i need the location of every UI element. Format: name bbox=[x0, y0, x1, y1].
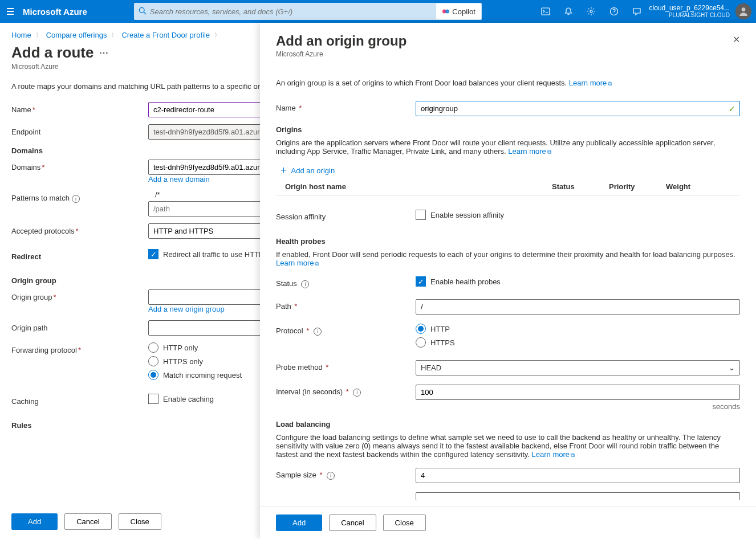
svg-rect-4 bbox=[542, 8, 550, 15]
breadcrumb-home[interactable]: Home bbox=[11, 31, 31, 39]
add-origin-group-link[interactable]: Add a new origin group bbox=[148, 305, 225, 313]
origins-heading: Origins bbox=[276, 125, 740, 134]
lb-heading: Load balancing bbox=[276, 420, 740, 428]
panel-intro: An origin group is a set of origins to w… bbox=[276, 79, 740, 87]
protocol-https-radio[interactable] bbox=[416, 337, 426, 348]
enable-health-checkbox[interactable]: ✓ bbox=[416, 276, 426, 287]
chevron-down-icon: ⌄ bbox=[729, 364, 735, 372]
svg-point-3 bbox=[445, 10, 449, 14]
page-add-button[interactable]: Add bbox=[11, 513, 58, 530]
svg-line-1 bbox=[144, 12, 146, 14]
breadcrumb-compare[interactable]: Compare offerings bbox=[46, 31, 107, 39]
sample-size-input[interactable] bbox=[416, 468, 740, 483]
help-icon[interactable] bbox=[604, 1, 624, 22]
more-icon[interactable]: ⋯ bbox=[99, 47, 109, 58]
close-icon[interactable]: ✕ bbox=[733, 34, 740, 45]
probe-path-input[interactable] bbox=[416, 299, 740, 315]
sample-size-label: Sample size bbox=[276, 471, 316, 479]
search-input[interactable] bbox=[150, 7, 436, 16]
panel-footer: Add Cancel Close bbox=[260, 506, 756, 539]
brand-label: Microsoft Azure bbox=[23, 7, 87, 17]
probe-method-label: Probe method bbox=[276, 363, 323, 371]
endpoint-label: Endpoint bbox=[11, 124, 148, 136]
protocols-label: Accepted protocols bbox=[11, 227, 75, 235]
info-icon[interactable]: i bbox=[301, 280, 309, 288]
name-label: Name bbox=[11, 105, 31, 114]
settings-icon[interactable] bbox=[581, 1, 601, 22]
learn-more-link[interactable]: Learn more⧉ bbox=[569, 79, 612, 87]
probe-path-label: Path bbox=[276, 302, 291, 311]
seconds-label: seconds bbox=[416, 402, 740, 411]
redirect-checkbox[interactable]: ✓ bbox=[148, 249, 158, 259]
page-cancel-button[interactable]: Cancel bbox=[64, 513, 111, 530]
learn-more-origins[interactable]: Learn more⧉ bbox=[508, 147, 551, 156]
avatar[interactable] bbox=[735, 3, 751, 19]
info-icon[interactable]: i bbox=[327, 472, 335, 480]
hamburger-menu-icon[interactable] bbox=[5, 6, 16, 17]
partial-input[interactable] bbox=[416, 492, 740, 500]
validation-check-icon: ✓ bbox=[729, 104, 735, 113]
interval-input[interactable] bbox=[416, 385, 740, 400]
fwd-match-radio[interactable] bbox=[148, 370, 158, 380]
domains-label: Domains bbox=[11, 163, 40, 172]
origins-desc: Origins are the application servers wher… bbox=[276, 138, 740, 156]
origin-group-name-input[interactable] bbox=[416, 101, 740, 116]
session-affinity-checkbox[interactable] bbox=[416, 210, 426, 220]
svg-point-7 bbox=[742, 7, 746, 11]
panel-name-label: Name bbox=[276, 104, 296, 112]
panel-title: Add an origin group bbox=[276, 33, 740, 49]
caching-label: Caching bbox=[11, 394, 148, 406]
caching-checkbox[interactable] bbox=[148, 394, 158, 404]
redirect-label: Redirect bbox=[11, 249, 148, 261]
probe-status-label: Status bbox=[276, 279, 297, 288]
plus-icon: + bbox=[281, 165, 287, 177]
svg-point-5 bbox=[590, 10, 592, 13]
top-header: Microsoft Azure Copilot cloud_user_p_622… bbox=[0, 0, 756, 23]
cloud-shell-icon[interactable] bbox=[535, 1, 556, 22]
add-domain-link[interactable]: Add a new domain bbox=[148, 175, 210, 183]
info-icon[interactable]: i bbox=[353, 389, 361, 397]
copilot-button[interactable]: Copilot bbox=[436, 3, 481, 19]
global-search[interactable]: Copilot bbox=[134, 3, 482, 20]
probe-method-select[interactable]: HEAD⌄ bbox=[416, 360, 740, 375]
fwd-protocol-label: Forwarding protocol bbox=[11, 346, 77, 354]
user-account[interactable]: cloud_user_p_6229ce54... PLURALSIGHT CLO… bbox=[649, 4, 733, 19]
lb-desc: Configure the load balancing settings to… bbox=[276, 433, 740, 459]
health-desc: If enabled, Front Door will send periodi… bbox=[276, 250, 740, 267]
probe-protocol-label: Protocol bbox=[276, 326, 303, 335]
add-origin-button[interactable]: +Add an origin bbox=[276, 164, 740, 178]
page-close-button[interactable]: Close bbox=[119, 513, 161, 530]
health-probes-heading: Health probes bbox=[276, 237, 740, 246]
panel-subtitle: Microsoft Azure bbox=[276, 50, 740, 58]
fwd-http-radio[interactable] bbox=[148, 342, 158, 353]
info-icon[interactable]: i bbox=[72, 195, 80, 203]
origin-group-label: Origin group bbox=[11, 293, 52, 301]
side-panel: ✕ Add an origin group Microsoft Azure An… bbox=[260, 23, 756, 539]
feedback-icon[interactable] bbox=[627, 1, 647, 22]
header-actions: cloud_user_p_6229ce54... PLURALSIGHT CLO… bbox=[535, 1, 751, 22]
interval-label: Interval (in seconds) bbox=[276, 387, 343, 396]
panel-close-button[interactable]: Close bbox=[383, 514, 426, 531]
breadcrumb-create[interactable]: Create a Front Door profile bbox=[121, 31, 210, 39]
info-icon[interactable]: i bbox=[314, 328, 322, 336]
learn-more-health[interactable]: Learn more⧉ bbox=[276, 259, 319, 267]
panel-add-button[interactable]: Add bbox=[276, 514, 322, 531]
search-icon bbox=[139, 7, 147, 17]
panel-cancel-button[interactable]: Cancel bbox=[329, 514, 376, 531]
patterns-label: Patterns to match bbox=[11, 194, 70, 202]
session-affinity-label: Session affinity bbox=[276, 210, 416, 221]
svg-point-0 bbox=[139, 7, 144, 13]
page-footer: Add Cancel Close bbox=[0, 504, 262, 539]
fwd-https-radio[interactable] bbox=[148, 356, 158, 366]
origins-table-header: Origin host name Status Priority Weight bbox=[276, 178, 740, 196]
learn-more-lb[interactable]: Learn more⧉ bbox=[532, 450, 575, 459]
notifications-icon[interactable] bbox=[558, 1, 579, 22]
protocol-http-radio[interactable] bbox=[416, 324, 426, 334]
origin-path-label: Origin path bbox=[11, 320, 148, 332]
